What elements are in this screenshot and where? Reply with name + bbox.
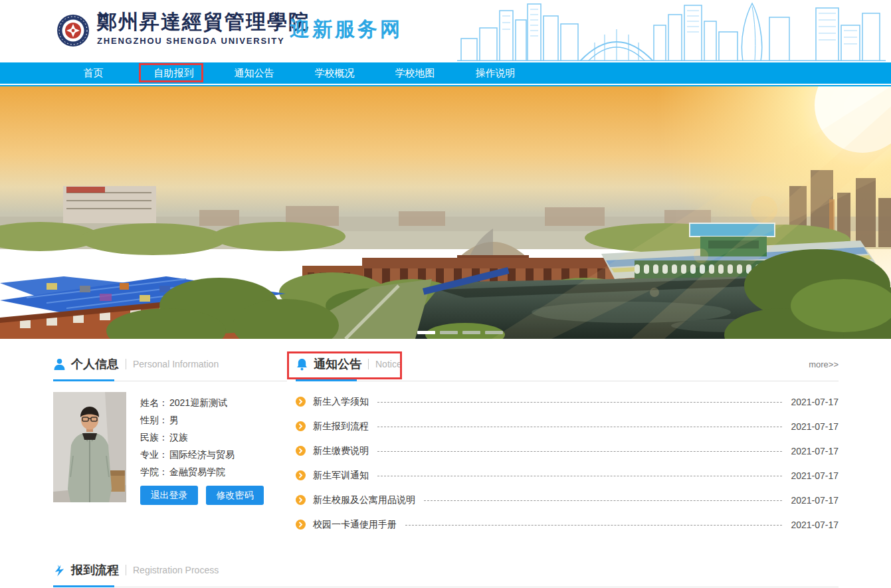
notice-date: 2021-07-17 [791,495,839,506]
field-gender-value: 男 [169,415,179,425]
chevron-circle-icon [296,520,306,530]
main-nav: 首页 自助报到 通知公告 学校概况 学校地图 操作说明 [0,62,891,84]
chevron-circle-icon [296,446,306,456]
chevron-circle-icon [296,470,306,480]
notice-header: 通知公告 Notice more>> [296,355,839,373]
notice-subtitle: Notice [375,359,402,369]
notice-item: 新生入学须知 2021-07-17 [296,389,839,414]
field-major-value: 国际经济与贸易 [169,449,235,460]
hero-carousel [0,86,891,339]
notice-link[interactable]: 校园一卡通使用手册 [313,519,397,531]
registration-process-rule [53,585,839,587]
notice-date: 2021-07-17 [791,421,839,432]
carousel-dot-4[interactable] [485,331,503,334]
main-content: 个人信息 Personal Information [53,355,839,537]
dotted-leader [377,451,782,452]
divider [126,359,126,369]
notice-item: 校园一卡通使用手册 2021-07-17 [296,512,839,537]
notice-item: 新生军训通知 2021-07-17 [296,463,839,488]
field-name-value: 2021迎新测试 [169,397,227,408]
registration-process-subtitle: Registration Process [133,565,219,575]
personal-details: 姓名：2021迎新测试 性别：男 民族：汉族 专业：国际经济与贸易 学院：金融贸… [140,394,264,505]
personal-info-section: 个人信息 Personal Information [53,355,287,537]
chevron-circle-icon [296,495,306,505]
university-seal-logo [56,13,90,49]
field-name: 姓名：2021迎新测试 [140,394,264,411]
notice-link[interactable]: 新生校服及公寓用品说明 [313,494,415,506]
university-name-en: ZHENGZHOU SHENGDA UNIVERSITY [97,36,310,46]
personal-info-rule [53,379,287,381]
divider [368,359,369,369]
registration-process-header: 报到流程 Registration Process [53,561,839,579]
nav-item-school-overview[interactable]: 学校概况 [294,62,375,84]
flash-icon [53,564,66,577]
notice-link[interactable]: 新生报到流程 [313,421,369,433]
nav-item-notices[interactable]: 通知公告 [214,62,294,84]
logout-button[interactable]: 退出登录 [140,486,198,505]
personal-buttons: 退出登录 修改密码 [140,486,264,505]
field-ethnicity-value: 汉族 [169,432,188,442]
field-ethnicity: 民族：汉族 [140,429,264,446]
notice-list: 新生入学须知 2021-07-17 新生报到流程 2021-07-17 新生缴费… [296,389,839,537]
carousel-dots [417,331,503,334]
carousel-dot-2[interactable] [440,331,458,334]
bell-icon [296,358,308,371]
university-name-block: 鄭州昇達經貿管理學院 ZHENGZHOU SHENGDA UNIVERSITY [97,10,310,46]
notice-item: 新生报到流程 2021-07-17 [296,414,839,439]
nav-item-school-map[interactable]: 学校地图 [375,62,455,84]
notice-link[interactable]: 新生军训通知 [313,470,369,482]
field-college: 学院：金融贸易学院 [140,463,264,480]
notice-date: 2021-07-17 [791,397,839,407]
carousel-dot-1[interactable] [417,331,435,334]
notice-date: 2021-07-17 [791,520,839,530]
chevron-circle-icon [296,421,306,431]
dotted-leader [424,500,782,501]
dotted-leader [377,427,782,427]
personal-info-subtitle: Personal Information [133,359,219,369]
chevron-circle-icon [296,397,306,407]
notice-item: 新生缴费说明 2021-07-17 [296,439,839,463]
personal-info-body: 姓名：2021迎新测试 性别：男 民族：汉族 专业：国际经济与贸易 学院：金融贸… [53,392,287,505]
notice-link[interactable]: 新生入学须知 [313,396,369,408]
registration-process-section: 报到流程 Registration Process [53,561,839,587]
field-major: 专业：国际经济与贸易 [140,446,264,463]
registration-process-title: 报到流程 [71,562,119,578]
dotted-leader [405,525,782,526]
nav-item-self-registration[interactable]: 自助报到 [134,62,214,84]
change-password-button[interactable]: 修改密码 [206,486,264,505]
student-photo [53,392,126,502]
dotted-leader [377,476,782,476]
site-title: 迎新服务网 [290,16,403,43]
notice-date: 2021-07-17 [791,446,839,456]
city-skyline-illustration [457,0,886,61]
field-college-value: 金融贸易学院 [169,466,225,477]
notice-title: 通知公告 [314,356,361,372]
university-name-zh: 鄭州昇達經貿管理學院 [97,10,310,34]
personal-info-title: 个人信息 [71,356,119,372]
field-gender: 性别：男 [140,411,264,429]
notice-section: 通知公告 Notice more>> 新生入学须知 2021-07-17 新生报… [296,355,839,537]
dotted-leader [377,402,782,403]
notice-link[interactable]: 新生缴费说明 [313,445,369,457]
divider [126,565,126,575]
page-header: 鄭州昇達經貿管理學院 ZHENGZHOU SHENGDA UNIVERSITY … [0,0,891,62]
nav-item-instructions[interactable]: 操作说明 [455,62,536,84]
personal-info-header: 个人信息 Personal Information [53,355,287,373]
nav-item-home[interactable]: 首页 [53,62,134,84]
person-icon [53,358,66,371]
notice-rule [296,379,839,381]
campus-sunset-photo [0,86,891,339]
carousel-dot-3[interactable] [462,331,480,334]
notice-more-link[interactable]: more>> [809,359,839,369]
notice-item: 新生校服及公寓用品说明 2021-07-17 [296,488,839,512]
notice-date: 2021-07-17 [791,470,839,481]
